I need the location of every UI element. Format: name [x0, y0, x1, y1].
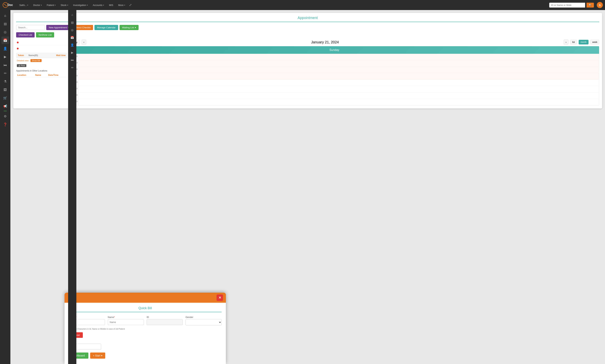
gender-group: Gender Male Female Other: [185, 316, 222, 325]
id-input[interactable]: [147, 319, 183, 325]
toolbar: New Appointment ▾ Direct Checkin Manage …: [16, 25, 599, 30]
id-label: ID: [147, 316, 183, 318]
modal-sidebar-calendar[interactable]: 📅: [69, 34, 76, 41]
stock-arrow: ▾: [67, 4, 68, 6]
sidebar-icon-help[interactable]: ❓: [1, 121, 9, 128]
print-button[interactable]: 🖨 Print: [17, 64, 26, 67]
sathi-arrow: ▾: [27, 4, 28, 6]
modal-body: Quick Bill Mobile* Name* ID Gender: [65, 303, 226, 364]
time-slot[interactable]: [79, 67, 599, 73]
time-slot[interactable]: [79, 79, 599, 86]
nav-more[interactable]: More ▾: [116, 3, 127, 8]
time-slot[interactable]: [79, 54, 599, 60]
modal-sidebar-bed[interactable]: 🛏: [69, 57, 76, 64]
modal-title: Quick Bill: [69, 306, 222, 312]
sidebar-icon-settings[interactable]: ⚙: [1, 113, 9, 120]
user-avatar[interactable]: S: [597, 2, 603, 8]
modal-sidebar-chart[interactable]: ▤: [69, 19, 76, 26]
modal-sidebar: ⌂ ▤ ◎ 📅 👤 ▶ 🛏 ✏: [68, 10, 76, 364]
location-table: Location Name Date/Time: [16, 73, 67, 77]
loc-col-datetime: Date/Time: [47, 73, 67, 77]
modal-close-button[interactable]: ✕: [217, 294, 223, 301]
noshow-list-button[interactable]: NoShow List: [36, 32, 54, 38]
gender-label: Gender: [185, 316, 222, 318]
time-slot[interactable]: [79, 60, 599, 66]
modal-sidebar-edit[interactable]: ✏: [69, 64, 76, 71]
nav-doctor[interactable]: Doctor ▾: [31, 3, 43, 8]
doctor-arrow: ▾: [41, 4, 42, 6]
calendar-date: January 21, 2024: [88, 40, 562, 44]
sidebar-icon-users[interactable]: 👤: [1, 45, 9, 52]
red-dot-1: [17, 42, 19, 43]
sidebar-icon-image[interactable]: 🖼: [1, 86, 9, 93]
nav-patient[interactable]: Patient ▾: [45, 3, 57, 8]
logo[interactable]: Doc: [2, 1, 15, 9]
top-nav: Doc Sathi... ▾ Doctor ▾ Patient ▾ Stock …: [0, 0, 605, 10]
sidebar-icon-megaphone[interactable]: 📢: [1, 103, 9, 110]
time-slot[interactable]: [79, 73, 599, 79]
waiting-list-button[interactable]: Waiting List ▾: [119, 25, 139, 30]
next-button[interactable]: ›: [564, 39, 568, 45]
search-input[interactable]: [549, 3, 585, 8]
sidebar-icon-chart[interactable]: ▤: [1, 20, 9, 28]
view-month-button[interactable]: month: [579, 40, 589, 44]
other-locations: Appointments in Other Locations Location…: [16, 70, 67, 77]
other-locations-title: Appointments in Other Locations: [16, 70, 67, 72]
view-list-button[interactable]: list: [570, 40, 577, 44]
modal-sidebar-users[interactable]: 👤: [69, 42, 76, 48]
sidebar-icon-flask[interactable]: ⚗: [1, 78, 9, 85]
age-section: Age: [69, 340, 222, 350]
time-row: 11:00: [69, 67, 599, 73]
day-calendar: Sunday 10:0010:3011:0011:3012:0012:3013:…: [69, 46, 599, 105]
day-header: Sunday: [69, 46, 599, 54]
time-slot[interactable]: [79, 99, 599, 105]
sidebar-new-label: new: [1, 110, 9, 112]
nav-sathi[interactable]: Sathi... ▾: [18, 3, 30, 8]
sidebar-icon-bed[interactable]: 🛏: [1, 61, 9, 69]
modal-header-bar: ✕: [65, 293, 226, 303]
sidebar-icon-cart[interactable]: 🛒: [1, 94, 9, 102]
manage-calendar-button[interactable]: Manage Calendar: [94, 25, 118, 30]
start-button[interactable]: + Start ▾: [90, 352, 105, 359]
new-appointment-button[interactable]: New Appointment ▾: [46, 25, 72, 30]
modal-sidebar-home[interactable]: ⌂: [69, 12, 76, 18]
view-week-button[interactable]: week: [590, 40, 599, 44]
checked-list-button[interactable]: Checked List: [16, 32, 35, 38]
name-group: Name*: [108, 316, 144, 325]
prev-button[interactable]: ‹: [81, 39, 86, 45]
calendar-nav: today ‹ January 21, 2024 › list month we…: [69, 39, 599, 45]
svg-text:Doc: Doc: [8, 3, 13, 6]
loc-col-name: Name: [34, 73, 47, 77]
nav-investigation[interactable]: Investigation ▾: [71, 3, 90, 8]
time-row: 13:30: [69, 99, 599, 105]
nav-accounts[interactable]: Accounts ▾: [91, 3, 106, 8]
action-row: Dashboard + Start ▾: [69, 352, 222, 359]
calendar-container: Token Name(ID) Wait time Detailed view |…: [16, 39, 599, 105]
loc-col-location: Location: [16, 73, 34, 77]
time-row: 10:00: [69, 54, 599, 60]
show-bill-button[interactable]: Show Bill: [30, 59, 41, 62]
sidebar-icon-home[interactable]: ⌂: [1, 12, 9, 19]
detailed-view-link[interactable]: Detailed view: [17, 60, 28, 62]
time-slot[interactable]: [79, 92, 599, 99]
sidebar: ⌂ ▤ ◎ 📅 👤 ▶ 🛏 ✏ ⚗ 🖼 🛒 📢 new ⚙ ❓: [0, 10, 10, 364]
sidebar-icon-calendar[interactable]: 📅: [1, 37, 9, 44]
time-slot[interactable]: [79, 86, 599, 92]
modal-sidebar-target[interactable]: ◎: [69, 26, 76, 33]
nav-stock[interactable]: Stock ▾: [59, 3, 70, 8]
gender-select[interactable]: Male Female Other: [185, 319, 222, 325]
time-row: 12:00: [69, 79, 599, 86]
name-input[interactable]: [108, 319, 144, 325]
sidebar-icon-video[interactable]: ▶: [1, 53, 9, 61]
search-button[interactable]: 🔍: [587, 3, 594, 8]
time-row: 11:30: [69, 73, 599, 79]
hint-text: Type 3 Characters in Id, Name or Mobile …: [69, 328, 222, 330]
nav-mis[interactable]: MIS: [107, 3, 115, 8]
modal-sidebar-video[interactable]: ▶: [69, 49, 76, 56]
more-arrow: ▾: [124, 4, 125, 6]
sidebar-icon-target[interactable]: ◎: [1, 28, 9, 36]
investigation-arrow: ▾: [87, 4, 88, 6]
sidebar-icon-edit[interactable]: ✏: [1, 70, 9, 77]
appointment-search[interactable]: [16, 25, 45, 30]
patient-arrow: ▾: [55, 4, 56, 6]
